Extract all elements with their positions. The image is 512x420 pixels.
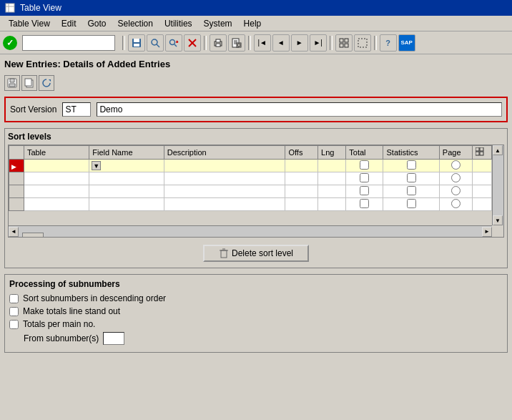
menu-selection[interactable]: Selection [112, 17, 159, 30]
table-cell-desc-3[interactable] [164, 185, 285, 198]
title-bar: Table View [0, 0, 512, 16]
sort-version-label: Sort Version [10, 104, 56, 114]
sort-version-name[interactable] [97, 102, 502, 117]
table-cell-table-4[interactable] [24, 198, 89, 211]
table-cell-total-3[interactable] [346, 185, 383, 198]
menu-utilities[interactable]: Utilities [159, 17, 198, 30]
table-cell-table-3[interactable] [24, 185, 89, 198]
stat-check-2[interactable] [407, 173, 416, 182]
table-cell-field-2[interactable] [89, 172, 164, 185]
from-subnumber-input[interactable] [103, 332, 124, 345]
row-selector-3[interactable] [9, 185, 24, 198]
table-cell-stat-4[interactable] [383, 198, 439, 211]
sub-save-button[interactable] [4, 75, 20, 91]
print-button[interactable] [210, 34, 227, 52]
table-cell-extra-1 [472, 160, 492, 172]
table-cell-page-3[interactable] [439, 185, 472, 198]
table-cell-table-2[interactable] [24, 172, 89, 185]
page-radio-2[interactable] [451, 173, 461, 182]
table-cell-stat-2[interactable] [383, 172, 439, 185]
stat-check-1[interactable] [407, 160, 416, 170]
table-cell-field-1[interactable]: ▼ [89, 160, 164, 172]
table-cell-offs-4[interactable] [285, 198, 318, 211]
svg-rect-30 [25, 79, 31, 86]
sort-version-code[interactable] [62, 102, 91, 117]
find-button[interactable] [147, 34, 164, 52]
menu-system[interactable]: System [198, 17, 238, 30]
menu-table-view[interactable]: Table View [3, 17, 56, 30]
table-cell-desc-1[interactable] [164, 160, 285, 172]
menu-help[interactable]: Help [238, 17, 267, 30]
horizontal-scrollbar[interactable]: ◄ ► [9, 225, 492, 237]
find-next-button[interactable] [165, 34, 182, 52]
separator-5 [374, 36, 377, 50]
stat-check-3[interactable] [407, 186, 416, 195]
total-check-2[interactable] [360, 173, 369, 182]
select-all-button[interactable] [335, 34, 353, 52]
scroll-down-button[interactable]: ▼ [493, 215, 503, 225]
sub-reset-button[interactable] [39, 75, 54, 91]
deselect-button[interactable] [354, 34, 371, 52]
svg-point-8 [169, 39, 174, 44]
table-cell-field-4[interactable] [89, 198, 164, 211]
table-cell-total-4[interactable] [346, 198, 383, 211]
row-selector-1[interactable]: ▶ [9, 160, 24, 172]
table-cell-stat-1[interactable] [383, 160, 439, 172]
total-check-4[interactable] [360, 199, 369, 208]
confirm-button[interactable]: ✓ [3, 36, 17, 50]
table-cell-lng-1[interactable] [318, 160, 346, 172]
table-cell-lng-4[interactable] [318, 198, 346, 211]
table-cell-offs-2[interactable] [285, 172, 318, 185]
table-cell-lng-2[interactable] [318, 172, 346, 185]
table-cell-page-4[interactable] [439, 198, 472, 211]
help-button[interactable]: ? [380, 34, 397, 52]
scroll-right-button[interactable]: ► [482, 227, 492, 237]
save-button[interactable] [128, 34, 145, 52]
scroll-up-button[interactable]: ▲ [493, 145, 503, 155]
menu-edit[interactable]: Edit [56, 17, 82, 30]
totals-per-main-checkbox[interactable] [9, 320, 19, 329]
print-prev-button[interactable] [228, 34, 245, 52]
totals-stand-out-checkbox[interactable] [9, 307, 19, 316]
row-selector-2[interactable] [9, 172, 24, 185]
sub-copy-button[interactable] [21, 75, 37, 91]
command-field[interactable] [22, 35, 115, 51]
row-selector-4[interactable] [9, 198, 24, 211]
table-cell-stat-3[interactable] [383, 185, 439, 198]
table-cell-total-2[interactable] [346, 172, 383, 185]
sap-button[interactable]: SAP [398, 34, 415, 52]
table-cell-field-3[interactable] [89, 185, 164, 198]
table-cell-lng-3[interactable] [318, 185, 346, 198]
page-radio-3[interactable] [451, 186, 461, 195]
next-page-button[interactable]: ► [291, 34, 308, 52]
table-cell-offs-1[interactable] [285, 160, 318, 172]
vertical-scrollbar[interactable]: ▲ ▼ [492, 145, 503, 225]
prev-page-button[interactable]: ◄ [272, 34, 290, 52]
delete-sort-level-button[interactable]: Delete sort level [203, 245, 309, 262]
table-cell-desc-2[interactable] [164, 172, 285, 185]
stat-check-4[interactable] [407, 199, 416, 208]
sort-descending-checkbox[interactable] [9, 294, 19, 303]
total-check-1[interactable] [360, 160, 369, 170]
table-cell-page-2[interactable] [439, 172, 472, 185]
sort-descending-row: Sort subnumbers in descending order [9, 293, 503, 303]
page-radio-4[interactable] [451, 199, 461, 208]
table-cell-desc-4[interactable] [164, 198, 285, 211]
table-inner-wrapper: Table Field Name Description Offs Lng To… [9, 145, 492, 211]
main-content: New Entries: Details of Added Entries So… [0, 54, 512, 420]
scroll-left-button[interactable]: ◄ [9, 227, 19, 237]
col-grid-icon[interactable] [472, 146, 492, 160]
table-cell-page-1[interactable] [439, 160, 472, 172]
field-picker-1[interactable]: ▼ [92, 161, 101, 170]
first-page-button[interactable]: |◄ [254, 34, 271, 52]
table-cell-offs-3[interactable] [285, 185, 318, 198]
cancel-button[interactable] [184, 34, 201, 52]
separator-2 [204, 36, 207, 50]
table-cell-extra-4 [472, 198, 492, 211]
table-cell-total-1[interactable] [346, 160, 383, 172]
page-radio-1[interactable] [451, 160, 461, 170]
last-page-button[interactable]: ►| [310, 34, 327, 52]
table-cell-table-1[interactable] [24, 160, 89, 172]
total-check-3[interactable] [360, 186, 369, 195]
menu-goto[interactable]: Goto [82, 17, 112, 30]
